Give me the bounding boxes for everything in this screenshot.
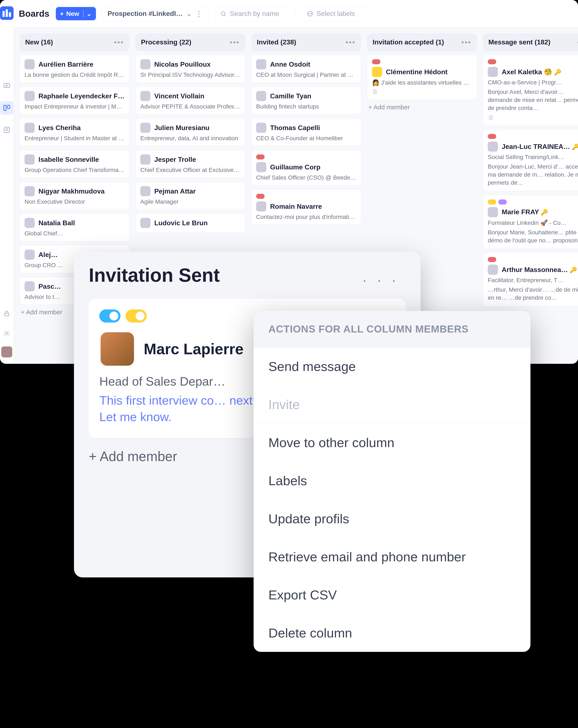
member-subtitle: Entrepreneur | Student in Master at S…	[25, 135, 125, 142]
member-name: Guillaume Corp	[270, 163, 321, 171]
member-avatar	[140, 91, 150, 101]
member-card[interactable]: Jean-Luc TRAINEA… 🔑Social Selling Traini…	[483, 129, 578, 191]
key-icon: 🔑	[568, 267, 577, 273]
member-card[interactable]: Guillaume CorpChief Sales Officer (CSO) …	[251, 150, 361, 185]
member-subtitle: Chief Executive Officer at Exclusive N…	[140, 167, 241, 174]
member-name: Nigyar Makhmudova	[38, 187, 105, 195]
member-card[interactable]: Romain NavarreContactez-moi pour plus d'…	[251, 189, 361, 225]
member-subtitle: Global Chief…	[25, 230, 125, 237]
chevron-down-icon[interactable]: ⌄	[83, 10, 92, 17]
column-more-icon[interactable]: •••	[461, 38, 471, 46]
column-header[interactable]: New (16)•••	[20, 33, 130, 51]
detail-more-button[interactable]: · · ·	[363, 273, 400, 287]
member-avatar	[488, 265, 498, 275]
member-card[interactable]: Vincent ViollainAdvisor PEPITE & Associa…	[135, 86, 245, 114]
member-avatar	[488, 207, 498, 217]
column-more-icon[interactable]: •••	[230, 38, 240, 46]
member-subtitle: Building fintech startups	[256, 103, 356, 110]
board-name: Prospection #LinkedI…	[108, 10, 183, 18]
member-subtitle: Agile Manager	[140, 199, 241, 205]
column-header[interactable]: Invitation accepted (1)•••	[367, 33, 477, 51]
member-name: Jesper Trolle	[154, 156, 196, 163]
tag-pill-blue[interactable]	[99, 309, 120, 322]
member-subtitle: Impact Entrepreneur & investor | Man…	[25, 103, 125, 110]
menu-item[interactable]: Update profils	[254, 500, 530, 538]
menu-item[interactable]: Retrieve email and phone number	[254, 538, 530, 576]
tag-pur	[498, 200, 507, 205]
menu-item[interactable]: Send message	[254, 347, 530, 385]
member-card[interactable]: Nigyar MakhmudovaNon Executive Director	[20, 182, 130, 210]
member-card[interactable]: Thomas CapelliCEO & Co-Founder at Homeli…	[251, 118, 361, 146]
member-card[interactable]: Clémentine Hédont👩 J'aide les assistante…	[367, 55, 477, 100]
member-card[interactable]: Isabelle SonnevilleGroup Operations Chie…	[20, 150, 130, 178]
member-subtitle: Social Selling Training/Link…	[488, 154, 578, 160]
member-card[interactable]: Jesper TrolleChief Executive Officer at …	[135, 150, 245, 178]
tag-red	[488, 257, 496, 262]
member-subtitle: Formateur Linkedin 🚀 - Co…	[488, 219, 578, 226]
column-more-icon[interactable]: •••	[114, 38, 124, 46]
messages-icon[interactable]	[0, 79, 13, 93]
tag-red	[372, 59, 380, 64]
labels-filter[interactable]: Select labels	[302, 6, 374, 21]
member-card[interactable]: Anne OsdoitCEO at Moon Surgical | Partne…	[251, 55, 361, 83]
member-card[interactable]: Ludovic Le Brun	[135, 213, 245, 232]
svg-rect-1	[4, 105, 6, 110]
message-preview: Bonjour Jean-Luc, Merci d'… accepté ma d…	[488, 163, 578, 186]
member-name: Pasc…	[38, 283, 61, 290]
search-placeholder: Search by name	[230, 10, 279, 18]
member-avatar	[256, 91, 266, 101]
member-name: Thomas Capelli	[270, 124, 320, 132]
board-more-icon[interactable]: ⋮	[195, 9, 203, 18]
member-card[interactable]: Natalia BallGlobal Chief…	[20, 213, 130, 241]
member-subtitle: Sr Principal ISV Technology Advisor A…	[140, 72, 241, 78]
member-subtitle: Non Executive Director	[25, 199, 125, 205]
column-header[interactable]: Processing (22)•••	[135, 33, 245, 51]
column-actions-menu: ACTIONS FOR ALL COLUMN MEMBERS Send mess…	[254, 311, 530, 652]
member-avatar	[140, 186, 150, 196]
menu-item[interactable]: Labels	[254, 462, 530, 500]
member-avatar	[256, 59, 266, 69]
column-more-icon[interactable]: •••	[346, 38, 356, 46]
column-header[interactable]: Invited (238)•••	[251, 33, 361, 51]
member-card[interactable]: Julien MuresianuEntrepreneur, data, AI a…	[135, 118, 245, 146]
column-header[interactable]: Message sent (182)•••	[483, 33, 578, 51]
column-more-icon[interactable]: •••	[577, 38, 578, 46]
current-user-avatar[interactable]	[1, 346, 12, 358]
member-card[interactable]: Pejman AttarAgile Manager	[135, 182, 245, 210]
new-board-button[interactable]: + New ⌄	[56, 7, 96, 20]
member-avatar	[140, 59, 150, 69]
person-name: Marc Lapierre	[144, 340, 244, 358]
boards-icon[interactable]	[0, 101, 13, 114]
member-card[interactable]: Lyes CherihaEntrepreneur | Student in Ma…	[20, 118, 130, 146]
column-title: Processing (22)	[141, 38, 191, 46]
member-card[interactable]: Marie FRAY 🔑Formateur Linkedin 🚀 - Co…Bo…	[483, 195, 578, 249]
member-card[interactable]: Aurélien BarrièreLa bonne gestion du Cré…	[20, 55, 130, 83]
member-name: Jean-Luc TRAINEA… 🔑	[502, 143, 578, 151]
note-icon: 🗎	[372, 88, 472, 95]
member-card[interactable]: Camille TyanBuilding fintech startups	[251, 86, 361, 114]
menu-item[interactable]: Move to other column	[254, 423, 530, 462]
member-avatar	[488, 67, 498, 77]
member-name: Pejman Attar	[154, 187, 196, 195]
notes-icon[interactable]	[0, 123, 13, 137]
menu-item[interactable]: Delete column	[254, 614, 530, 652]
tag-red	[256, 154, 265, 159]
app-logo[interactable]	[0, 6, 13, 20]
member-avatar	[25, 123, 35, 133]
member-avatar	[256, 201, 266, 211]
lock-icon[interactable]	[0, 307, 13, 320]
member-card[interactable]: Arthur Massonnea… 🔑Facilitator, Entrepre…	[483, 253, 578, 306]
topbar: Boards + New ⌄ Prospection #LinkedI… ⌄ ⋮…	[14, 0, 578, 27]
tag-icon	[307, 10, 313, 17]
menu-item[interactable]: Export CSV	[254, 576, 530, 614]
column-title: New (16)	[25, 38, 53, 46]
search-input[interactable]: Search by name	[215, 6, 295, 21]
tag-pill-yellow[interactable]	[126, 309, 147, 322]
board-selector[interactable]: Prospection #LinkedI… ⌄ ⋮	[102, 6, 209, 22]
member-card[interactable]: Axel Kaletka 🧐 🔑CMO-as-a-Service | Progr…	[483, 55, 578, 126]
member-card[interactable]: Raphaele Leyendecker F…Impact Entreprene…	[20, 86, 130, 114]
tag-red	[488, 134, 496, 139]
add-member-link[interactable]: + Add member	[367, 100, 477, 114]
settings-icon[interactable]	[0, 327, 13, 340]
member-card[interactable]: Nicolas PouillouxSr Principal ISV Techno…	[135, 55, 245, 83]
